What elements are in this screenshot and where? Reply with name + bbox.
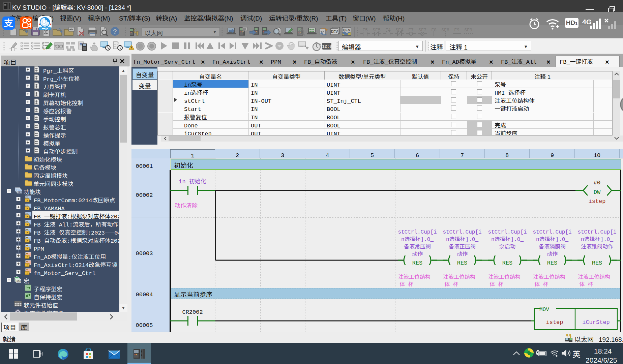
svg-text:支: 支 xyxy=(4,17,13,29)
svg-text:M: M xyxy=(80,42,82,46)
svg-text:!: ! xyxy=(131,46,132,50)
svg-text:12:0: 12:0 xyxy=(322,44,331,49)
svg-text:HIO: HIO xyxy=(17,280,21,283)
svg-text:•••8•: •••8• xyxy=(42,27,48,30)
svg-text:HIO: HIO xyxy=(18,191,22,193)
